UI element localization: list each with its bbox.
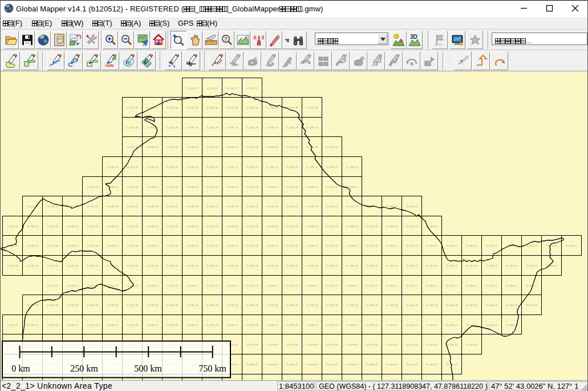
svg-text:10_G38_54: 10_G38_54 bbox=[346, 225, 358, 228]
svg-text:10_G37_59: 10_G37_59 bbox=[326, 324, 338, 326]
svg-text:10_G39_61: 10_G39_61 bbox=[366, 364, 378, 366]
svg-text:10_G41_57: 10_G41_57 bbox=[406, 285, 417, 287]
svg-text:10_G30_51: 10_G30_51 bbox=[186, 166, 198, 168]
svg-text:10_G29_56: 10_G29_56 bbox=[167, 265, 178, 267]
svg-text:10_G22_56: 10_G22_56 bbox=[27, 265, 38, 267]
svg-text:10_G28_53: 10_G28_53 bbox=[147, 205, 158, 208]
svg-text:10_G35_59: 10_G35_59 bbox=[286, 324, 298, 326]
svg-text:10_G28_50: 10_G28_50 bbox=[147, 146, 158, 148]
svg-text:10_G27_48: 10_G27_48 bbox=[127, 107, 138, 109]
svg-text:10_G23_59: 10_G23_59 bbox=[47, 324, 58, 326]
svg-text:10_G34_49: 10_G34_49 bbox=[266, 127, 278, 129]
svg-text:10_G40_58: 10_G40_58 bbox=[386, 304, 398, 307]
svg-text:10_G35_58: 10_G35_58 bbox=[286, 304, 298, 307]
svg-text:10_G39_59: 10_G39_59 bbox=[366, 324, 378, 326]
svg-text:10_G43_55: 10_G43_55 bbox=[446, 245, 457, 247]
svg-text:10_G27_50: 10_G27_50 bbox=[127, 146, 138, 148]
svg-text:10_G23_54: 10_G23_54 bbox=[47, 225, 58, 228]
svg-text:10_G42_61: 10_G42_61 bbox=[426, 364, 437, 366]
svg-text:10_G31_59: 10_G31_59 bbox=[206, 324, 218, 326]
svg-text:10_G40_60: 10_G40_60 bbox=[386, 344, 398, 346]
svg-text:10_G30_57: 10_G30_57 bbox=[186, 285, 198, 287]
svg-text:10_G31_49: 10_G31_49 bbox=[206, 127, 218, 129]
svg-text:10_G33_61: 10_G33_61 bbox=[246, 364, 258, 366]
svg-text:10_G27_56: 10_G27_56 bbox=[127, 265, 138, 267]
svg-text:10_G33_52: 10_G33_52 bbox=[246, 186, 258, 188]
svg-text:10_G39_57: 10_G39_57 bbox=[366, 285, 378, 287]
svg-text:10_G30_59: 10_G30_59 bbox=[186, 324, 198, 326]
svg-text:10_G28_52: 10_G28_52 bbox=[147, 186, 158, 188]
svg-text:36: 36 bbox=[112, 57, 116, 61]
svg-text:10_G29_50: 10_G29_50 bbox=[167, 146, 178, 148]
svg-text:10_G30_56: 10_G30_56 bbox=[186, 265, 198, 267]
svg-text:10_G31_50: 10_G31_50 bbox=[206, 146, 218, 148]
svg-text:10_G24_57: 10_G24_57 bbox=[67, 285, 78, 287]
svg-text:10_G47_55: 10_G47_55 bbox=[526, 245, 537, 247]
svg-text:10_G42_60: 10_G42_60 bbox=[426, 344, 437, 346]
svg-text:10_G41_55: 10_G41_55 bbox=[406, 245, 417, 247]
svg-text:10_G31_47: 10_G31_47 bbox=[206, 87, 218, 90]
svg-text:10_G45_58: 10_G45_58 bbox=[486, 304, 497, 307]
svg-text:10_G42_59: 10_G42_59 bbox=[426, 324, 437, 326]
svg-text:10_G39_54: 10_G39_54 bbox=[366, 225, 378, 228]
svg-text:10_G28_56: 10_G28_56 bbox=[147, 265, 158, 267]
svg-text:10_G31_58: 10_G31_58 bbox=[206, 304, 218, 307]
svg-text:10_G25_52: 10_G25_52 bbox=[87, 186, 98, 188]
svg-text:10_G24_58: 10_G24_58 bbox=[67, 304, 78, 307]
svg-text:10_G33_50: 10_G33_50 bbox=[246, 146, 258, 148]
svg-text:10_G48_56: 10_G48_56 bbox=[546, 265, 557, 267]
svg-text:10_G29_49: 10_G29_49 bbox=[167, 127, 178, 129]
svg-text:10_G21_59: 10_G21_59 bbox=[7, 324, 18, 326]
svg-text:10_G27_53: 10_G27_53 bbox=[127, 205, 138, 208]
svg-text:10_G28_59: 10_G28_59 bbox=[147, 324, 158, 326]
svg-text:10_G28_57: 10_G28_57 bbox=[147, 285, 158, 287]
svg-text:10_G48_55: 10_G48_55 bbox=[546, 245, 557, 247]
svg-text:?: ? bbox=[224, 35, 228, 42]
svg-text:10_G36_59: 10_G36_59 bbox=[306, 324, 318, 326]
svg-text:10_G26_59: 10_G26_59 bbox=[107, 324, 118, 326]
svg-text:10_G38_52: 10_G38_52 bbox=[346, 186, 358, 188]
svg-text:10_G40_56: 10_G40_56 bbox=[386, 265, 398, 267]
svg-text:10_G34_50: 10_G34_50 bbox=[266, 146, 278, 148]
svg-text:10_G34_60: 10_G34_60 bbox=[266, 344, 278, 346]
svg-text:10_G24_59: 10_G24_59 bbox=[67, 324, 78, 326]
svg-text:10_G39_55: 10_G39_55 bbox=[366, 245, 378, 247]
svg-text:10_G35_53: 10_G35_53 bbox=[286, 205, 298, 208]
svg-text:500 km: 500 km bbox=[134, 364, 162, 373]
svg-text:10_G38_53: 10_G38_53 bbox=[346, 205, 358, 208]
svg-text:10_G38_61: 10_G38_61 bbox=[346, 364, 358, 366]
svg-text:10_G35_57: 10_G35_57 bbox=[286, 285, 298, 287]
svg-text:10_G38_51: 10_G38_51 bbox=[346, 166, 358, 168]
svg-text:10_G26_51: 10_G26_51 bbox=[107, 166, 118, 168]
svg-text:10_G38_60: 10_G38_60 bbox=[346, 344, 358, 346]
svg-text:10_G35_52: 10_G35_52 bbox=[286, 186, 298, 188]
svg-text:10_G42_56: 10_G42_56 bbox=[426, 265, 437, 267]
svg-text:10_G40_53: 10_G40_53 bbox=[386, 205, 398, 208]
svg-text:10_G33_53: 10_G33_53 bbox=[246, 205, 258, 208]
svg-text:10_G32_56: 10_G32_56 bbox=[226, 265, 238, 267]
svg-text:10_G38_59: 10_G38_59 bbox=[346, 324, 358, 326]
svg-text:10_G33_60: 10_G33_60 bbox=[246, 344, 258, 346]
svg-text:0 km: 0 km bbox=[11, 364, 30, 373]
svg-text:10_G29_58: 10_G29_58 bbox=[167, 304, 178, 307]
svg-text:10_G36_51: 10_G36_51 bbox=[306, 166, 318, 168]
svg-text:10_G34_48: 10_G34_48 bbox=[266, 107, 278, 109]
svg-text:10_G41_56: 10_G41_56 bbox=[406, 265, 417, 267]
svg-text:10_G34_56: 10_G34_56 bbox=[266, 265, 278, 267]
svg-text:10_G30_54: 10_G30_54 bbox=[186, 225, 198, 228]
svg-text:10_G36_48: 10_G36_48 bbox=[306, 107, 318, 109]
svg-text:10_G22_55: 10_G22_55 bbox=[27, 245, 38, 247]
svg-text:10_G25_55: 10_G25_55 bbox=[87, 245, 98, 247]
svg-text:10_G36_58: 10_G36_58 bbox=[306, 304, 318, 307]
svg-text:10_G33_56: 10_G33_56 bbox=[246, 265, 258, 267]
svg-text:10_G39_60: 10_G39_60 bbox=[366, 344, 378, 346]
svg-text:10_G24_54: 10_G24_54 bbox=[67, 225, 78, 228]
svg-text:10_G43_58: 10_G43_58 bbox=[446, 304, 457, 307]
svg-text:10_G21_56: 10_G21_56 bbox=[7, 265, 18, 267]
svg-text:10_G37_51: 10_G37_51 bbox=[326, 166, 338, 168]
svg-text:10_G37_52: 10_G37_52 bbox=[326, 186, 338, 188]
svg-text:10_G38_56: 10_G38_56 bbox=[346, 265, 358, 267]
svg-text:10_G34_51: 10_G34_51 bbox=[266, 166, 278, 168]
svg-text:10_G36_54: 10_G36_54 bbox=[306, 225, 318, 228]
svg-text:10_G46_56: 10_G46_56 bbox=[506, 265, 517, 267]
